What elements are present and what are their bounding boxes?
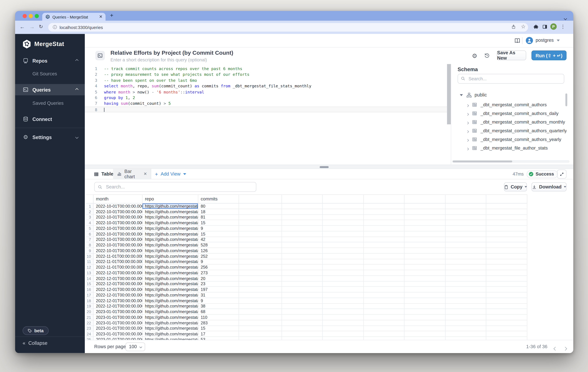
cell-repo[interactable]: https://github.com/mergestat/... bbox=[142, 292, 198, 298]
chevron-right-icon[interactable] bbox=[467, 136, 469, 143]
query-history-icon[interactable] bbox=[484, 52, 490, 58]
panel-splitter[interactable] bbox=[85, 165, 573, 169]
cell-commits[interactable]: 42 bbox=[198, 237, 239, 242]
browser-tab[interactable]: Queries - MergeStat ✕ bbox=[42, 13, 105, 21]
cell-month[interactable]: 2022-10-01T00:00:00.000Z bbox=[93, 226, 142, 231]
previous-page-button[interactable] bbox=[554, 345, 557, 351]
share-icon[interactable] bbox=[511, 24, 516, 29]
cell-commits[interactable]: 81 bbox=[198, 215, 239, 220]
cell-month[interactable]: 2022-12-01T00:00:00.000Z bbox=[93, 270, 142, 276]
cell-commits[interactable]: 110 bbox=[198, 315, 239, 320]
cell-month[interactable]: 2023-01-01T00:00:00.000Z bbox=[93, 326, 142, 331]
cell-repo[interactable]: https://github.com/mergestat/... bbox=[142, 215, 198, 220]
cell-month[interactable]: 2022-10-01T00:00:00.000Z bbox=[93, 220, 142, 226]
cell-commits[interactable]: 53 bbox=[198, 337, 239, 340]
schema-table-row[interactable]: _dbt_mergestat_commit_authors_yearly bbox=[451, 135, 567, 144]
sidebar-item-git-sources[interactable]: Git Sources bbox=[15, 70, 85, 78]
expand-results-button[interactable] bbox=[557, 170, 567, 178]
cell-commits[interactable]: 15 bbox=[198, 231, 239, 237]
side-panel-icon[interactable] bbox=[542, 24, 548, 29]
cell-month[interactable]: 2022-12-01T00:00:00.000Z bbox=[93, 276, 142, 281]
app-logo[interactable]: MergeStat bbox=[22, 39, 64, 49]
code-line[interactable]: 4 select month, repo, sum(commit_count) … bbox=[85, 83, 447, 89]
cell-month[interactable]: 2022-12-01T00:00:00.000Z bbox=[93, 298, 142, 304]
cell-commits[interactable]: 283 bbox=[198, 320, 239, 326]
cell-commits[interactable]: 38 bbox=[198, 304, 239, 309]
cell-month[interactable]: 2023-01-01T00:00:00.000Z bbox=[93, 315, 142, 320]
schema-table-row[interactable]: _dbt_mergestat_commit_authors_monthly bbox=[451, 118, 567, 126]
cell-month[interactable]: 2022-10-01T00:00:00.000Z bbox=[93, 237, 142, 242]
cell-repo[interactable]: https://github.com/mergestat/... bbox=[142, 309, 198, 315]
cell-commits[interactable]: 23 bbox=[198, 281, 239, 287]
tab-close-icon[interactable]: ✕ bbox=[99, 15, 103, 19]
reload-icon[interactable]: ↻ bbox=[39, 24, 43, 29]
bookmark-star-icon[interactable]: ☆ bbox=[521, 23, 526, 29]
cell-repo[interactable]: https://github.com/mergestat/... bbox=[142, 320, 198, 326]
zoom-window-button[interactable] bbox=[35, 14, 39, 18]
code-line[interactable]: 7 having sum(commit_count) > 5 bbox=[85, 101, 447, 106]
cell-repo[interactable]: https://github.com/mergestat/... bbox=[142, 220, 198, 226]
cell-month[interactable]: 2022-10-01T00:00:00.000Z bbox=[93, 231, 142, 237]
cell-repo[interactable]: https://github.com/mergestat/... bbox=[142, 298, 198, 304]
cell-month[interactable]: 2023-01-01T00:00:00.000Z bbox=[93, 320, 142, 326]
cell-month[interactable]: 2023-01-01T00:00:00.000Z bbox=[93, 309, 142, 315]
forward-icon[interactable]: → bbox=[29, 24, 35, 30]
cell-month[interactable]: 2022-10-01T00:00:00.000Z bbox=[93, 203, 142, 209]
site-info-icon[interactable]: ⓘ bbox=[53, 24, 57, 30]
close-tab-icon[interactable]: ✕ bbox=[144, 171, 147, 176]
minimize-window-button[interactable] bbox=[29, 14, 33, 18]
sql-editor[interactable]: 1 -- track commit counts across repos ov… bbox=[85, 64, 447, 165]
cell-repo[interactable]: https://github.com/mergestat/... bbox=[142, 281, 198, 287]
connection-dropdown-caret-icon[interactable] bbox=[557, 40, 560, 41]
column-header-repo[interactable]: repo bbox=[142, 195, 198, 204]
cell-commits[interactable]: 252 bbox=[198, 253, 239, 259]
schema-tree-public[interactable]: public bbox=[451, 91, 573, 99]
code-line[interactable]: 5 where month > now() - '6 months'::inte… bbox=[85, 89, 447, 95]
column-header-commits[interactable]: commits bbox=[198, 195, 239, 204]
tab-search-chevron-icon[interactable] bbox=[564, 14, 567, 21]
new-tab-button[interactable]: + bbox=[110, 12, 113, 19]
cell-commits[interactable]: 273 bbox=[198, 270, 239, 276]
schema-vertical-scrollbar-thumb[interactable] bbox=[565, 93, 567, 106]
cell-repo[interactable]: https://github.com/mergestat/... bbox=[142, 242, 198, 248]
cell-repo[interactable]: https://github.com/mergestat/... bbox=[142, 259, 198, 265]
cell-month[interactable]: 2022-10-01T00:00:00.000Z bbox=[93, 242, 142, 248]
code-line[interactable]: 3 -- have been spent on over the last 6m… bbox=[85, 78, 447, 83]
docs-book-icon[interactable] bbox=[514, 37, 521, 44]
back-icon[interactable]: ← bbox=[20, 24, 25, 30]
cell-commits[interactable]: 18 bbox=[198, 209, 239, 215]
save-as-new-button[interactable]: Save As New bbox=[497, 51, 526, 60]
chevron-right-icon[interactable] bbox=[467, 101, 469, 108]
chevron-right-icon[interactable] bbox=[467, 145, 469, 151]
cell-commits[interactable]: 256 bbox=[198, 265, 239, 270]
editor-scrollbar-thumb[interactable] bbox=[447, 64, 451, 124]
caret-down-icon[interactable] bbox=[460, 94, 463, 96]
schema-table-row[interactable]: _dbt_mergestat_commit_authors_daily bbox=[451, 109, 567, 118]
sidebar-item-connect[interactable]: Connect bbox=[15, 114, 85, 125]
query-description-placeholder[interactable]: Enter a short description for this query… bbox=[110, 57, 207, 62]
cell-repo[interactable]: https://github.com/mergestat/... bbox=[142, 287, 198, 292]
cell-commits[interactable]: 9 bbox=[198, 226, 239, 231]
cell-month[interactable]: 2022-10-01T00:00:00.000Z bbox=[93, 248, 142, 253]
next-page-button[interactable] bbox=[564, 345, 567, 351]
cell-repo[interactable]: https://github.com/mergestat/... bbox=[142, 237, 198, 242]
sidebar-item-saved-queries[interactable]: Saved Queries bbox=[15, 99, 85, 107]
close-window-button[interactable] bbox=[23, 14, 27, 18]
chevron-right-icon[interactable] bbox=[467, 119, 469, 125]
chevron-right-icon[interactable] bbox=[467, 127, 469, 134]
sidebar-item-queries[interactable]: Queries bbox=[15, 84, 85, 95]
query-settings-gear-icon[interactable]: ⚙ bbox=[472, 52, 478, 58]
cell-commits[interactable]: 15 bbox=[198, 220, 239, 226]
address-bar[interactable]: ⓘ localhost:3300/queries bbox=[48, 23, 528, 32]
run-query-button[interactable]: Run (⇧ + ↵) bbox=[532, 51, 567, 60]
cell-repo[interactable]: https://github.com/mergestat/... bbox=[142, 337, 198, 340]
cell-repo[interactable]: https://github.com/mergestat/... bbox=[142, 253, 198, 259]
sidebar-item-repos[interactable]: Repos bbox=[15, 55, 85, 66]
splitter-drag-handle[interactable] bbox=[320, 166, 329, 168]
cell-month[interactable]: 2022-11-01T00:00:00.000Z bbox=[93, 259, 142, 265]
cell-month[interactable]: 2022-10-01T00:00:00.000Z bbox=[93, 215, 142, 220]
column-header-month[interactable]: month bbox=[93, 195, 142, 204]
cell-repo[interactable]: https://github.com/mergestat/... bbox=[142, 226, 198, 231]
download-button[interactable]: Download bbox=[532, 182, 567, 191]
cell-month[interactable]: 2022-12-01T00:00:00.000Z bbox=[93, 292, 142, 298]
